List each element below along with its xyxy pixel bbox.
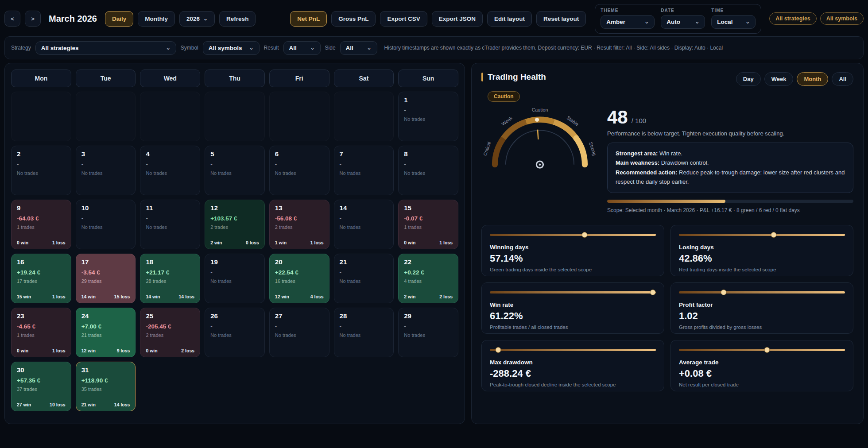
day-cell[interactable]: 15 -0.07 € 1 trades 0 win 1 loss xyxy=(398,200,458,249)
result-filter-select[interactable]: All⌄ xyxy=(283,41,321,55)
day-cell[interactable] xyxy=(140,92,200,141)
day-cell[interactable]: 5 - No trades xyxy=(205,146,265,195)
daily-view-button[interactable]: Daily xyxy=(105,11,133,27)
day-cell[interactable] xyxy=(11,92,71,141)
health-gauge: Critical Weak Caution Stable Strong xyxy=(481,105,600,182)
day-cell[interactable] xyxy=(76,92,136,141)
day-cell[interactable]: 1 - No trades xyxy=(398,92,458,141)
day-cell[interactable]: 2 - No trades xyxy=(11,146,71,195)
metric-slider[interactable] xyxy=(679,347,845,353)
side-filter-select[interactable]: All⌄ xyxy=(340,41,377,55)
range-tab[interactable]: Day xyxy=(736,72,761,86)
range-tab[interactable]: All xyxy=(832,72,853,86)
day-cell[interactable]: 8 - No trades xyxy=(398,146,458,195)
day-cell[interactable]: 12 +103.57 € 2 trades 2 win 0 loss xyxy=(205,200,265,249)
day-pnl: +22.54 € xyxy=(275,269,324,276)
metric-slider[interactable] xyxy=(490,290,656,296)
day-cell[interactable]: 11 - No trades xyxy=(140,200,200,249)
health-score: 48 xyxy=(607,109,628,126)
day-cell[interactable]: 23 -4.65 € 1 trades 0 win 1 loss xyxy=(11,308,71,357)
metric-slider[interactable] xyxy=(679,232,845,238)
day-cell[interactable]: 27 - No trades xyxy=(269,308,329,357)
metric-slider-thumb[interactable] xyxy=(764,347,770,353)
reset-layout-button[interactable]: Reset layout xyxy=(536,11,586,27)
day-cell[interactable]: 10 - No trades xyxy=(76,200,136,249)
day-cell[interactable]: 19 - No trades xyxy=(205,254,265,303)
day-cell[interactable]: 7 - No trades xyxy=(334,146,394,195)
day-cell[interactable]: 25 -205.45 € 2 trades 0 win 2 loss xyxy=(140,308,200,357)
metric-slider-thumb[interactable] xyxy=(771,232,776,238)
day-cell[interactable]: 13 -56.08 € 2 trades 1 win 1 loss xyxy=(269,200,329,249)
day-cell[interactable]: 29 - No trades xyxy=(398,308,458,357)
next-month-button[interactable]: > xyxy=(25,11,41,27)
metric-label: Win rate xyxy=(490,301,656,308)
metric-value: 42.86% xyxy=(679,253,845,264)
net-pnl-button[interactable]: Net PnL xyxy=(290,11,327,27)
day-loss-count: 1 loss xyxy=(52,348,66,353)
day-number: 6 xyxy=(275,150,324,158)
monthly-view-button[interactable]: Monthly xyxy=(138,11,175,27)
metric-slider-thumb[interactable] xyxy=(581,232,587,238)
day-cell[interactable]: 24 +7.00 € 21 trades 12 win 9 loss xyxy=(76,308,136,357)
range-tab[interactable]: Week xyxy=(764,72,794,86)
day-cell[interactable]: 9 -64.03 € 1 trades 0 win 1 loss xyxy=(11,200,71,249)
day-number: 5 xyxy=(210,150,259,158)
refresh-button[interactable]: Refresh xyxy=(219,11,256,27)
gross-pnl-button[interactable]: Gross PnL xyxy=(331,11,376,27)
range-tab[interactable]: Month xyxy=(797,72,828,86)
metric-slider[interactable] xyxy=(490,347,656,353)
export-json-button[interactable]: Export JSON xyxy=(432,11,483,27)
day-cell[interactable]: 31 +118.90 € 35 trades 21 win 14 loss xyxy=(76,362,136,411)
metric-slider[interactable] xyxy=(490,232,656,238)
day-cell[interactable]: 3 - No trades xyxy=(76,146,136,195)
day-pnl: +19.24 € xyxy=(17,269,66,276)
day-cell[interactable]: 17 -3.54 € 29 trades 14 win 15 loss xyxy=(76,254,136,303)
day-cell[interactable] xyxy=(269,92,329,141)
day-cell[interactable]: 6 - No trades xyxy=(269,146,329,195)
metric-slider-track xyxy=(490,349,656,351)
day-cell[interactable]: 16 +19.24 € 17 trades 15 win 1 loss xyxy=(11,254,71,303)
day-number: 31 xyxy=(81,366,130,374)
symbol-filter-select[interactable]: All symbols⌄ xyxy=(203,41,260,55)
health-progress-track xyxy=(607,200,853,203)
all-symbols-chip[interactable]: All symbols xyxy=(820,12,864,25)
time-select[interactable]: Local⌄ xyxy=(711,15,756,29)
edit-layout-button[interactable]: Edit layout xyxy=(487,11,532,27)
prev-month-button[interactable]: < xyxy=(4,11,20,27)
day-pnl: - xyxy=(210,269,259,276)
day-win-loss: 14 win 14 loss xyxy=(146,294,194,299)
day-number: 1 xyxy=(404,96,453,104)
day-number: 2 xyxy=(17,150,66,158)
day-cell[interactable]: 28 - No trades xyxy=(334,308,394,357)
day-trades-count: 1 trades xyxy=(17,224,66,230)
day-cell[interactable]: 21 - No trades xyxy=(334,254,394,303)
weekday-label: Mon xyxy=(11,70,71,87)
day-cell[interactable]: 20 +22.54 € 16 trades 12 win 4 loss xyxy=(269,254,329,303)
health-metrics-grid: Winning days 57.14% Green trading days i… xyxy=(481,225,853,391)
theme-select[interactable]: Amber⌄ xyxy=(601,15,655,29)
strongest-area-label: Strongest area: xyxy=(616,150,658,157)
metric-slider-thumb[interactable] xyxy=(721,290,727,295)
day-cell[interactable]: 26 - No trades xyxy=(205,308,265,357)
day-trades-count: No trades xyxy=(340,224,388,230)
day-cell[interactable] xyxy=(205,92,265,141)
day-cell[interactable]: 4 - No trades xyxy=(140,146,200,195)
metric-slider-thumb[interactable] xyxy=(495,347,501,353)
day-pnl: - xyxy=(210,323,259,330)
date-select[interactable]: Auto⌄ xyxy=(661,15,705,29)
all-strategies-chip[interactable]: All strategies xyxy=(769,12,817,25)
day-win-loss: 1 win 1 loss xyxy=(275,240,324,245)
day-win-loss: 0 win 2 loss xyxy=(146,348,194,353)
day-cell[interactable]: 30 +57.35 € 37 trades 27 win 10 loss xyxy=(11,362,71,411)
metric-slider-thumb[interactable] xyxy=(650,290,655,295)
day-cell[interactable]: 14 - No trades xyxy=(334,200,394,249)
metric-slider[interactable] xyxy=(679,290,845,296)
year-select[interactable]: 2026⌄ xyxy=(179,11,215,27)
day-number: 11 xyxy=(146,204,194,212)
day-cell[interactable]: 22 +0.22 € 4 trades 2 win 2 loss xyxy=(398,254,458,303)
day-cell[interactable] xyxy=(334,92,394,141)
strategy-filter-select[interactable]: All strategies⌄ xyxy=(35,41,176,55)
day-cell[interactable]: 18 +21.17 € 28 trades 14 win 14 loss xyxy=(140,254,200,303)
day-pnl: - xyxy=(275,161,324,168)
export-csv-button[interactable]: Export CSV xyxy=(380,11,427,27)
